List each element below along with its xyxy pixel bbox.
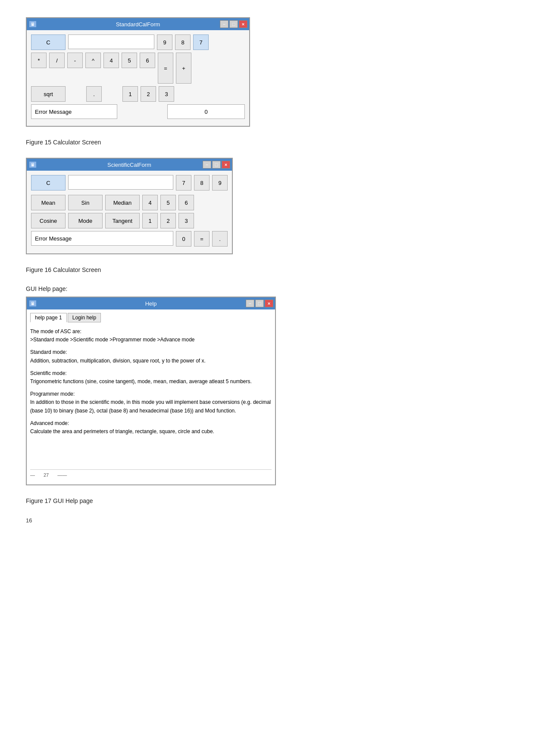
calc-row-3: sqrt . 1 2 3 [31, 86, 245, 102]
btn-sin[interactable]: Sin [68, 195, 103, 210]
btn-power[interactable]: ^ [85, 53, 101, 68]
standard-title: Standard mode: [30, 349, 67, 355]
btn-subtract[interactable]: - [67, 53, 83, 68]
btn-7[interactable]: 7 [193, 34, 209, 50]
spacer-2 [229, 34, 245, 50]
btn-tangent[interactable]: Tangent [105, 213, 140, 228]
sci-window-controls: − □ × [203, 161, 230, 169]
standard-cal-window: 🖩 StandardCalForm − □ × C 9 8 7 * / [26, 17, 250, 127]
scientific-title: Scientific mode: [30, 370, 67, 376]
sci-btn-2[interactable]: 2 [160, 213, 176, 228]
sci-minimize-button[interactable]: − [203, 161, 211, 169]
standard-body: Addition, subtraction, multiplication, d… [30, 358, 206, 364]
scientific-window-title: ScientificCalForm [107, 162, 151, 168]
sci-btn-8[interactable]: 8 [194, 175, 210, 191]
sci-btn-7[interactable]: 7 [176, 175, 191, 191]
advanced-body: Calculate the area and perimeters of tri… [30, 428, 214, 434]
scientific-cal-window: 🖩 ScientificCalForm − □ × C 7 8 9 Mean S… [26, 158, 233, 254]
minimize-button[interactable]: − [220, 20, 228, 28]
tab-login-help[interactable]: Login help [68, 313, 101, 322]
scientific-body: Trigonometric functions (sine, cosine ta… [30, 378, 252, 384]
help-bottom-bar: — 27 —— [30, 469, 272, 479]
bottom-bar-item-2: 27 [44, 472, 49, 479]
window-controls: − □ × [220, 20, 247, 28]
btn-6[interactable]: 6 [140, 53, 155, 68]
btn-divide[interactable]: / [49, 53, 65, 68]
intro-section: The mode of ASC are: >Standard mode >Sci… [30, 328, 272, 344]
sci-close-button[interactable]: × [222, 161, 230, 169]
calc-row-2: * / - ^ 4 5 6 = + [31, 53, 245, 84]
gui-help-label: GUI Help page: [26, 285, 509, 292]
help-empty-space [30, 440, 272, 466]
calc-row-1: C 9 8 7 [31, 34, 245, 50]
sci-btn-0[interactable]: 0 [176, 231, 191, 247]
btn-5[interactable]: 5 [122, 53, 137, 68]
btn-dot-row3[interactable]: . [86, 86, 102, 102]
btn-multiply[interactable]: * [31, 53, 47, 68]
spacer-4 [104, 86, 120, 102]
programmer-title: Programmer mode: [30, 391, 75, 397]
sci-window-icon: 🖩 [29, 162, 36, 168]
intro-title: The mode of ASC are: [30, 328, 81, 334]
advanced-section: Advanced mode: Calculate the area and pe… [30, 419, 272, 436]
scientific-title-bar: 🖩 ScientificCalForm − □ × [27, 159, 232, 171]
help-window-icon: 🖩 [29, 300, 36, 306]
figure-16-container: 🖩 ScientificCalForm − □ × C 7 8 9 Mean S… [26, 158, 509, 262]
sci-btn-equals[interactable]: = [194, 231, 210, 247]
sci-error-message: Error Message [31, 231, 173, 246]
btn-mode[interactable]: Mode [68, 213, 103, 228]
help-title-bar: 🖩 Help − □ × [27, 297, 275, 309]
btn-plus[interactable]: + [176, 53, 191, 84]
maximize-button[interactable]: □ [229, 20, 238, 28]
sci-btn-6[interactable]: 6 [178, 195, 194, 210]
error-message: Error Message [31, 104, 117, 119]
scientific-calc-body: C 7 8 9 Mean Sin Median 4 5 6 Cosine Mod… [27, 171, 232, 253]
standard-section: Standard mode: Addition, subtraction, mu… [30, 348, 272, 365]
tab-help-page-1[interactable]: help page 1 [30, 313, 67, 322]
btn-equals[interactable]: = [158, 53, 173, 84]
help-content: The mode of ASC are: >Standard mode >Sci… [30, 326, 272, 481]
sci-row-3: Cosine Mode Tangent 1 2 3 [31, 213, 228, 228]
sci-maximize-button[interactable]: □ [212, 161, 221, 169]
btn-sqrt[interactable]: sqrt [31, 86, 66, 102]
display-zero: 0 [167, 104, 245, 119]
help-window-controls: − □ × [246, 300, 273, 307]
btn-2[interactable]: 2 [141, 86, 156, 102]
btn-median[interactable]: Median [105, 195, 140, 210]
figure-15-container: 🖩 StandardCalForm − □ × C 9 8 7 * / [26, 17, 509, 134]
sci-clear-button[interactable]: C [31, 175, 66, 191]
programmer-section: Programmer mode: In addition to those in… [30, 390, 272, 415]
btn-9[interactable]: 9 [157, 34, 172, 50]
bottom-bar-item-1: — [30, 472, 35, 479]
help-close-button[interactable]: × [265, 300, 273, 307]
advanced-title: Advanced mode: [30, 420, 69, 426]
help-tabs: help page 1 Login help [30, 313, 272, 322]
btn-4[interactable]: 4 [103, 53, 119, 68]
sci-btn-9[interactable]: 9 [212, 175, 228, 191]
standard-window-title: StandardCalForm [116, 21, 160, 28]
btn-mean[interactable]: Mean [31, 195, 66, 210]
page-number: 16 [26, 517, 509, 524]
btn-3[interactable]: 3 [159, 86, 174, 102]
display-field [68, 34, 154, 49]
spacer-3 [68, 86, 84, 102]
sci-btn-4[interactable]: 4 [142, 195, 158, 210]
row4-spacer [120, 104, 165, 119]
clear-button[interactable]: C [31, 34, 66, 50]
sci-btn-5[interactable]: 5 [160, 195, 176, 210]
calc-row-4: Error Message 0 [31, 104, 245, 119]
help-minimize-button[interactable]: − [246, 300, 254, 307]
scientific-section: Scientific mode: Trigonometric functions… [30, 369, 272, 386]
btn-cosine[interactable]: Cosine [31, 213, 66, 228]
spacer-1 [211, 34, 227, 50]
btn-8[interactable]: 8 [175, 34, 191, 50]
sci-btn-dot[interactable]: . [212, 231, 228, 247]
close-button[interactable]: × [239, 20, 247, 28]
standard-title-bar: 🖩 StandardCalForm − □ × [27, 18, 249, 30]
sci-btn-3[interactable]: 3 [178, 213, 194, 228]
sci-btn-1[interactable]: 1 [142, 213, 158, 228]
btn-1[interactable]: 1 [122, 86, 138, 102]
figure-15-caption: Figure 15 Calculator Screen [26, 139, 509, 146]
help-maximize-button[interactable]: □ [255, 300, 264, 307]
bottom-bar-item-3: —— [57, 472, 67, 479]
